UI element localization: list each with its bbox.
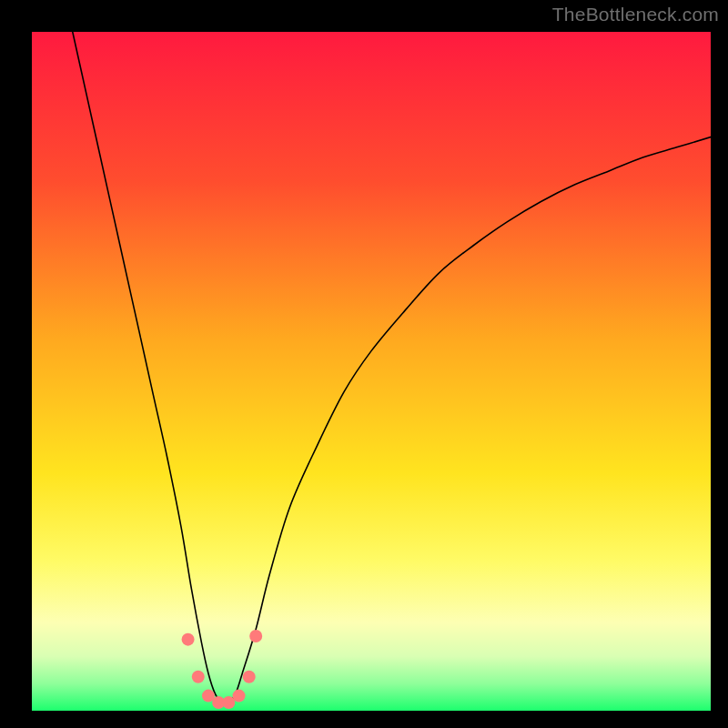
marker-dot [249, 630, 262, 642]
chart-svg [32, 32, 711, 711]
marker-dot [233, 690, 246, 703]
watermark-text: TheBottleneck.com [552, 4, 719, 25]
gradient-background [32, 32, 711, 711]
chart-container: TheBottleneck.com [0, 0, 728, 728]
marker-dot [182, 633, 195, 646]
marker-dot [243, 671, 256, 683]
plot-area [32, 32, 711, 711]
marker-dot [192, 671, 205, 683]
